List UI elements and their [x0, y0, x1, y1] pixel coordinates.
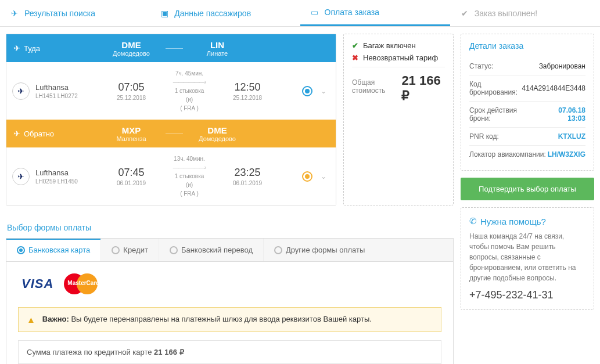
direction-label: Туда [24, 44, 40, 53]
payment-amount-row: Сумма платежа по кредитной карте 21 166 … [18, 340, 441, 364]
date: 25.12.2018 [221, 95, 274, 101]
date: 25.12.2018 [105, 95, 157, 101]
tab-credit[interactable]: Кредит [101, 239, 159, 261]
airport-code: DME [185, 125, 249, 135]
cross-icon: ✖ [352, 53, 358, 62]
return-header: ✈Обратно MXP Малпенза DME Домодедово [6, 120, 336, 147]
chevron-down-icon[interactable]: ⌄ [321, 172, 326, 181]
total-label: Общая стоимость [352, 78, 401, 95]
order-details: Детали заказа Статус:Забронирован Код бр… [461, 34, 594, 171]
tab-label: Банковский перевод [181, 246, 253, 254]
airline-name: Lufthansa [35, 168, 78, 177]
date: 06.01.2019 [105, 180, 157, 186]
help-phone[interactable]: +7-495-232-41-31 [469, 289, 585, 301]
duration-block: 7ч. 45мин. ――――――› 1 стыковка (и) ( FRA … [157, 69, 221, 113]
duration: 13ч. 40мин. [157, 154, 221, 163]
currency: ₽ [401, 88, 409, 103]
airport-name: Домодедово [185, 135, 249, 142]
price-summary: ✔Багаж включен ✖Невозвратный тариф Общая… [343, 34, 454, 206]
airline-logo-icon: ✈ [12, 82, 30, 100]
total-amount: 21 166 [401, 73, 440, 88]
details-title: Детали заказа [469, 41, 585, 51]
return-details[interactable]: ✈ Lufthansa LH0259 LH1450 07:45 06.01.20… [6, 147, 336, 205]
stops: 1 стыковка [157, 87, 221, 95]
pay-amount: 21 166 [154, 348, 177, 356]
tab-other[interactable]: Другие формы оплаты [264, 239, 453, 261]
help-box: ✆Нужна помощь? Наша команда 24/7 на связ… [461, 207, 594, 310]
direction-label: Обратно [24, 129, 54, 138]
airport-code: MXP [99, 125, 163, 135]
step-label: Заказ выполнен! [475, 9, 537, 18]
locator-key: Локатор авиакомпании: [469, 150, 546, 158]
status-key: Статус: [469, 62, 493, 70]
progress-steps: ✈ Результаты поиска ▣ Данные пассажиров … [0, 0, 600, 27]
visa-icon: VISA [21, 276, 53, 291]
expiry-value: 07.06.18 13:03 [539, 106, 585, 122]
arrow-icon: ――――――› [157, 78, 221, 87]
time: 12:50 [221, 81, 274, 93]
tab-label: Другие формы оплаты [286, 246, 365, 254]
select-outbound-radio[interactable] [302, 86, 312, 96]
airport-name: Линате [185, 50, 249, 57]
payment-form-title: Выбор формы оплаты [7, 223, 454, 232]
departure: 07:05 25.12.2018 [105, 81, 157, 101]
step-search[interactable]: ✈ Результаты поиска [0, 0, 150, 26]
redirect-warning: ▲ Важно: Вы будете перенаправлены на пла… [18, 307, 441, 332]
to-airport: LIN Линате [185, 40, 249, 57]
alert-text: Вы будете перенаправлены на платежный шл… [71, 315, 371, 323]
tab-label: Кредит [123, 246, 148, 254]
payment-tab-body: VISA MasterCard ▲ Важно: Вы будете перен… [6, 261, 454, 364]
time: 07:45 [105, 167, 157, 179]
flight-numbers: LH1451 LH0272 [35, 93, 78, 99]
chevron-down-icon[interactable]: ⌄ [321, 87, 326, 95]
from-airport: DME Домодедово [99, 40, 163, 57]
airport-name: Домодедово [99, 50, 163, 57]
outbound-header: ✈Туда DME Домодедово LIN Линате [6, 34, 336, 62]
confirm-payment-button[interactable]: Подтвердить выбор оплаты [461, 178, 594, 200]
help-title: Нужна помощь? [480, 217, 546, 226]
check-icon: ✔ [352, 41, 358, 50]
step-label: Результаты поиска [24, 9, 95, 18]
plane-icon: ✈ [13, 44, 20, 53]
step-payment[interactable]: ▭ Оплата заказа [300, 0, 450, 26]
via-and: (и) [157, 181, 221, 189]
select-return-radio[interactable] [302, 171, 312, 182]
booking-code-value: 414A2914844E3448 [522, 84, 585, 92]
help-text: Наша команда 24/7 на связи, чтобы помочь… [469, 231, 585, 283]
tab-card[interactable]: Банковская карта [6, 239, 101, 261]
airport-code: LIN [185, 40, 249, 50]
tab-bank-transfer[interactable]: Банковский перевод [159, 239, 264, 261]
step-label: Оплата заказа [325, 8, 380, 17]
phone-icon: ✆ [469, 216, 477, 226]
arrival: 12:50 25.12.2018 [221, 81, 274, 101]
duration-block: 13ч. 40мин. ――――――› 1 стыковка (и) ( FRA… [157, 154, 221, 198]
pnr-value: KTXLUZ [558, 132, 585, 140]
check-icon: ✔ [459, 8, 470, 19]
id-card-icon: ▣ [159, 8, 170, 19]
date: 06.01.2019 [221, 180, 274, 186]
warning-icon: ▲ [27, 315, 35, 325]
alert-strong: Важно: [42, 315, 69, 323]
currency: ₽ [179, 348, 184, 356]
outbound-details[interactable]: ✈ Lufthansa LH1451 LH0272 07:05 25.12.20… [6, 62, 336, 120]
baggage-included: Багаж включен [363, 41, 416, 50]
airline-name: Lufthansa [35, 83, 78, 92]
status-value: Забронирован [539, 62, 585, 70]
payment-tabs: Банковская карта Кредит Банковский перев… [6, 238, 454, 261]
arrival: 23:25 06.01.2019 [221, 167, 274, 186]
duration: 7ч. 45мин. [157, 69, 221, 78]
via: ( FRA ) [157, 104, 221, 113]
plane-icon: ✈ [9, 8, 20, 19]
plane-icon: ✈ [13, 129, 20, 138]
step-label: Данные пассажиров [174, 9, 251, 18]
pnr-key: PNR код: [469, 132, 499, 140]
time: 07:05 [105, 81, 157, 93]
to-airport: DME Домодедово [185, 125, 249, 142]
from-airport: MXP Малпенза [99, 125, 163, 142]
mastercard-icon: MasterCard [64, 273, 99, 294]
flight-numbers: LH0259 LH1450 [35, 178, 78, 185]
airport-name: Малпенза [99, 135, 163, 142]
pay-label: Сумма платежа по кредитной карте [27, 348, 152, 356]
step-passengers[interactable]: ▣ Данные пассажиров [150, 0, 300, 26]
airport-code: DME [99, 40, 163, 50]
